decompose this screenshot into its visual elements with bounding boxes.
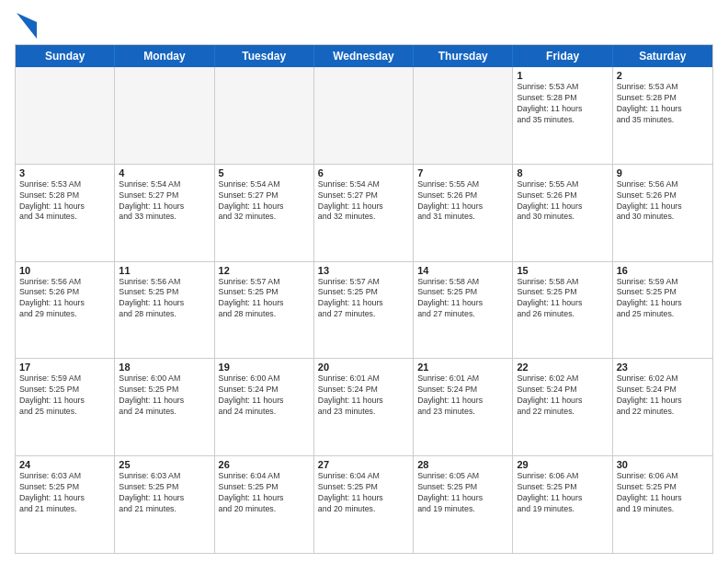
day-number: 29 — [517, 459, 608, 470]
day-number: 14 — [417, 265, 508, 276]
logo-icon — [17, 13, 37, 39]
header-day-wednesday: Wednesday — [314, 45, 414, 67]
day-info: Sunrise: 6:03 AM Sunset: 5:25 PM Dayligh… — [119, 471, 210, 515]
day-info: Sunrise: 5:58 AM Sunset: 5:25 PM Dayligh… — [417, 277, 508, 321]
calendar-week-2: 3Sunrise: 5:53 AM Sunset: 5:28 PM Daylig… — [16, 165, 712, 262]
day-info: Sunrise: 5:53 AM Sunset: 5:28 PM Dayligh… — [517, 82, 608, 126]
day-number: 21 — [417, 362, 508, 373]
day-number: 15 — [517, 265, 608, 276]
day-info: Sunrise: 5:58 AM Sunset: 5:25 PM Dayligh… — [517, 277, 608, 321]
calendar-cell: 2Sunrise: 5:53 AM Sunset: 5:28 PM Daylig… — [613, 67, 712, 164]
header-day-thursday: Thursday — [414, 45, 513, 67]
header-day-tuesday: Tuesday — [215, 45, 314, 67]
day-info: Sunrise: 6:00 AM Sunset: 5:25 PM Dayligh… — [119, 373, 210, 418]
calendar-cell: 15Sunrise: 5:58 AM Sunset: 5:25 PM Dayli… — [513, 262, 612, 359]
day-number: 30 — [617, 459, 709, 470]
calendar-cell — [16, 67, 115, 164]
calendar-cell: 13Sunrise: 5:57 AM Sunset: 5:25 PM Dayli… — [314, 262, 414, 359]
calendar-cell: 24Sunrise: 6:03 AM Sunset: 5:25 PM Dayli… — [16, 456, 115, 553]
header-day-saturday: Saturday — [613, 45, 712, 67]
day-number: 18 — [119, 362, 210, 373]
calendar-cell: 17Sunrise: 5:59 AM Sunset: 5:25 PM Dayli… — [16, 359, 115, 455]
day-info: Sunrise: 6:03 AM Sunset: 5:25 PM Dayligh… — [19, 471, 110, 515]
calendar-body: 1Sunrise: 5:53 AM Sunset: 5:28 PM Daylig… — [16, 67, 712, 553]
calendar-cell: 12Sunrise: 5:57 AM Sunset: 5:25 PM Dayli… — [215, 262, 314, 359]
calendar: SundayMondayTuesdayWednesdayThursdayFrid… — [15, 44, 713, 554]
day-number: 23 — [617, 362, 709, 373]
day-info: Sunrise: 5:59 AM Sunset: 5:25 PM Dayligh… — [19, 373, 110, 418]
day-number: 4 — [119, 167, 210, 178]
calendar-cell: 23Sunrise: 6:02 AM Sunset: 5:24 PM Dayli… — [613, 359, 712, 455]
day-info: Sunrise: 5:59 AM Sunset: 5:25 PM Dayligh… — [617, 277, 709, 321]
day-number: 28 — [417, 459, 508, 470]
calendar-cell: 10Sunrise: 5:56 AM Sunset: 5:26 PM Dayli… — [16, 262, 115, 359]
calendar-cell: 25Sunrise: 6:03 AM Sunset: 5:25 PM Dayli… — [115, 456, 214, 553]
day-info: Sunrise: 5:54 AM Sunset: 5:27 PM Dayligh… — [119, 179, 210, 224]
day-info: Sunrise: 5:57 AM Sunset: 5:25 PM Dayligh… — [318, 277, 409, 321]
day-info: Sunrise: 5:57 AM Sunset: 5:25 PM Dayligh… — [219, 277, 310, 321]
calendar-week-5: 24Sunrise: 6:03 AM Sunset: 5:25 PM Dayli… — [16, 456, 712, 553]
calendar-week-1: 1Sunrise: 5:53 AM Sunset: 5:28 PM Daylig… — [16, 67, 712, 165]
day-info: Sunrise: 5:53 AM Sunset: 5:28 PM Dayligh… — [19, 179, 110, 224]
day-number: 22 — [517, 362, 608, 373]
calendar-cell: 22Sunrise: 6:02 AM Sunset: 5:24 PM Dayli… — [513, 359, 612, 455]
header-day-monday: Monday — [115, 45, 214, 67]
day-number: 10 — [19, 265, 110, 276]
day-info: Sunrise: 6:05 AM Sunset: 5:25 PM Dayligh… — [417, 471, 508, 515]
header-day-friday: Friday — [513, 45, 612, 67]
calendar-cell: 14Sunrise: 5:58 AM Sunset: 5:25 PM Dayli… — [414, 262, 513, 359]
day-number: 26 — [219, 459, 310, 470]
day-number: 20 — [318, 362, 409, 373]
header — [15, 9, 713, 39]
calendar-week-3: 10Sunrise: 5:56 AM Sunset: 5:26 PM Dayli… — [16, 262, 712, 360]
calendar-cell: 19Sunrise: 6:00 AM Sunset: 5:24 PM Dayli… — [215, 359, 314, 455]
day-info: Sunrise: 5:56 AM Sunset: 5:26 PM Dayligh… — [617, 179, 709, 224]
day-number: 19 — [219, 362, 310, 373]
day-number: 11 — [119, 265, 210, 276]
day-info: Sunrise: 6:02 AM Sunset: 5:24 PM Dayligh… — [617, 373, 709, 418]
calendar-cell: 5Sunrise: 5:54 AM Sunset: 5:27 PM Daylig… — [215, 165, 314, 261]
calendar-week-4: 17Sunrise: 5:59 AM Sunset: 5:25 PM Dayli… — [16, 359, 712, 456]
calendar-cell — [115, 67, 214, 164]
day-number: 8 — [517, 167, 608, 178]
calendar-cell: 26Sunrise: 6:04 AM Sunset: 5:25 PM Dayli… — [215, 456, 314, 553]
calendar-cell: 27Sunrise: 6:04 AM Sunset: 5:25 PM Dayli… — [314, 456, 414, 553]
day-number: 7 — [417, 167, 508, 178]
day-info: Sunrise: 5:55 AM Sunset: 5:26 PM Dayligh… — [417, 179, 508, 224]
day-number: 25 — [119, 459, 210, 470]
day-info: Sunrise: 6:06 AM Sunset: 5:25 PM Dayligh… — [617, 471, 709, 515]
logo — [15, 9, 37, 39]
day-number: 9 — [617, 167, 709, 178]
day-info: Sunrise: 6:04 AM Sunset: 5:25 PM Dayligh… — [318, 471, 409, 515]
day-number: 12 — [219, 265, 310, 276]
calendar-cell: 28Sunrise: 6:05 AM Sunset: 5:25 PM Dayli… — [414, 456, 513, 553]
calendar-cell: 20Sunrise: 6:01 AM Sunset: 5:24 PM Dayli… — [314, 359, 414, 455]
day-info: Sunrise: 6:01 AM Sunset: 5:24 PM Dayligh… — [318, 373, 409, 418]
day-info: Sunrise: 5:56 AM Sunset: 5:25 PM Dayligh… — [119, 277, 210, 321]
day-number: 5 — [219, 167, 310, 178]
calendar-cell: 11Sunrise: 5:56 AM Sunset: 5:25 PM Dayli… — [115, 262, 214, 359]
day-number: 6 — [318, 167, 409, 178]
day-info: Sunrise: 6:06 AM Sunset: 5:25 PM Dayligh… — [517, 471, 608, 515]
day-number: 1 — [517, 70, 608, 81]
calendar-cell: 7Sunrise: 5:55 AM Sunset: 5:26 PM Daylig… — [414, 165, 513, 261]
day-info: Sunrise: 5:54 AM Sunset: 5:27 PM Dayligh… — [219, 179, 310, 224]
calendar-cell: 4Sunrise: 5:54 AM Sunset: 5:27 PM Daylig… — [115, 165, 214, 261]
calendar-cell: 9Sunrise: 5:56 AM Sunset: 5:26 PM Daylig… — [613, 165, 712, 261]
day-info: Sunrise: 6:00 AM Sunset: 5:24 PM Dayligh… — [219, 373, 310, 418]
header-day-sunday: Sunday — [16, 45, 115, 67]
day-info: Sunrise: 6:04 AM Sunset: 5:25 PM Dayligh… — [219, 471, 310, 515]
calendar-cell: 1Sunrise: 5:53 AM Sunset: 5:28 PM Daylig… — [513, 67, 612, 164]
day-info: Sunrise: 5:53 AM Sunset: 5:28 PM Dayligh… — [617, 82, 709, 126]
day-number: 16 — [617, 265, 709, 276]
day-info: Sunrise: 6:02 AM Sunset: 5:24 PM Dayligh… — [517, 373, 608, 418]
calendar-header: SundayMondayTuesdayWednesdayThursdayFrid… — [16, 45, 712, 67]
day-number: 3 — [19, 167, 110, 178]
calendar-cell: 30Sunrise: 6:06 AM Sunset: 5:25 PM Dayli… — [613, 456, 712, 553]
day-number: 17 — [19, 362, 110, 373]
calendar-cell: 8Sunrise: 5:55 AM Sunset: 5:26 PM Daylig… — [513, 165, 612, 261]
calendar-cell: 16Sunrise: 5:59 AM Sunset: 5:25 PM Dayli… — [613, 262, 712, 359]
day-number: 27 — [318, 459, 409, 470]
calendar-cell — [215, 67, 314, 164]
calendar-cell: 3Sunrise: 5:53 AM Sunset: 5:28 PM Daylig… — [16, 165, 115, 261]
